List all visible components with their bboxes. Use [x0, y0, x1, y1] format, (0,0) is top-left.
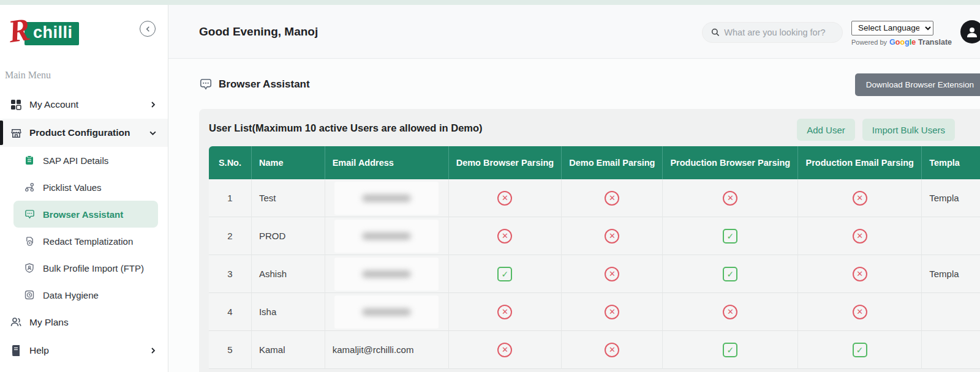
cross-circle-icon	[497, 343, 512, 357]
cross-circle-icon	[605, 191, 619, 206]
col-header-demo-browser: Demo Browser Parsing	[449, 146, 562, 179]
sno-cell: 2	[209, 217, 252, 255]
language-select[interactable]: Select Language	[851, 21, 933, 35]
status-cell[interactable]	[449, 217, 562, 255]
email-cell	[325, 217, 449, 255]
cross-circle-icon	[853, 267, 867, 281]
status-cell[interactable]	[449, 179, 562, 217]
sidebar-item-label: Redact Templatization	[43, 236, 133, 247]
sidebar-collapse-button[interactable]	[140, 21, 156, 37]
powered-by-label: Powered by	[851, 39, 887, 46]
status-cell[interactable]	[449, 255, 562, 293]
sidebar-item-label: My Account	[29, 99, 149, 110]
import-bulk-users-button[interactable]: Import Bulk Users	[862, 119, 955, 141]
google-logo: Google	[889, 38, 916, 46]
status-cell[interactable]	[798, 331, 922, 369]
table-row: 2PROD	[209, 217, 980, 255]
sidebar-section-label: Main Menu	[0, 70, 168, 81]
active-indicator-bar	[0, 121, 3, 145]
clock-square-icon	[23, 289, 36, 301]
status-cell[interactable]	[798, 293, 922, 331]
status-cell[interactable]	[663, 217, 798, 255]
logo-r-glyph: R	[6, 11, 32, 50]
sidebar-item-browser-assistant[interactable]: Browser Assistant	[13, 201, 158, 228]
check-square-icon	[497, 267, 512, 281]
email-cell	[325, 255, 449, 293]
sidebar-item-picklist-values[interactable]: Picklist Values	[13, 174, 158, 201]
sidebar-item-label: Help	[29, 345, 149, 356]
name-cell: Kamal	[252, 331, 325, 369]
chevron-left-icon	[145, 26, 151, 32]
add-user-button[interactable]: Add User	[797, 119, 855, 141]
status-cell[interactable]	[562, 331, 663, 369]
status-cell[interactable]	[798, 217, 922, 255]
status-cell[interactable]	[798, 255, 922, 293]
sidebar-item-redact-templatization[interactable]: Redact Templatization	[13, 228, 158, 255]
chevron-right-icon	[149, 101, 157, 108]
grid-icon	[10, 99, 22, 111]
sidebar-item-label: Data Hygiene	[43, 290, 99, 300]
rchilli-logo[interactable]: R chilli	[9, 16, 82, 51]
blurred-email-text	[362, 308, 411, 316]
cross-circle-icon	[853, 229, 867, 244]
table-row: 1TestTempla	[209, 179, 980, 217]
table-row: 3AshishTempla	[209, 255, 980, 293]
sidebar-item-my-plans[interactable]: My Plans	[0, 308, 168, 337]
hierarchy-icon	[23, 181, 36, 193]
user-table: S.No. Name Email Address Demo Browser Pa…	[209, 146, 980, 369]
redacted-email-patch	[334, 182, 439, 215]
status-cell[interactable]	[663, 293, 798, 331]
name-cell: Ashish	[252, 255, 325, 293]
template-cell	[922, 217, 980, 255]
sidebar-item-sap-api-details[interactable]: SAP API Details	[13, 147, 158, 174]
sidebar-item-help[interactable]: Help	[0, 337, 168, 365]
status-cell[interactable]	[449, 293, 562, 331]
check-square-icon	[853, 343, 867, 357]
col-header-name: Name	[252, 146, 325, 179]
sidebar-item-product-configuration[interactable]: Product Configuration	[0, 119, 168, 147]
download-browser-extension-button[interactable]: Download Browser Extension	[855, 73, 980, 96]
email-cell: kamaljit@rchilli.com	[325, 331, 449, 369]
cross-circle-icon	[497, 305, 512, 319]
cross-circle-icon	[853, 191, 867, 206]
template-cell	[922, 331, 980, 369]
chat-assistant-icon	[199, 78, 213, 91]
status-cell[interactable]	[449, 331, 562, 369]
blurred-email-text	[362, 232, 411, 240]
sidebar-item-my-account[interactable]: My Account	[0, 91, 168, 119]
cross-circle-icon	[605, 229, 619, 244]
name-cell: Test	[252, 179, 325, 217]
status-cell[interactable]	[562, 217, 663, 255]
check-square-icon	[723, 267, 737, 281]
sidebar-item-data-hygiene[interactable]: Data Hygiene	[13, 281, 158, 308]
main-area: Good Evening, Manoj Select Language Powe…	[168, 5, 980, 372]
status-cell[interactable]	[562, 179, 663, 217]
user-avatar[interactable]	[960, 20, 980, 43]
cross-circle-icon	[853, 305, 867, 319]
chevron-right-icon	[149, 347, 157, 354]
col-header-email: Email Address	[325, 146, 449, 179]
status-cell[interactable]	[562, 255, 663, 293]
powered-by-google-translate: Powered by Google Translate	[851, 38, 952, 46]
check-square-icon	[723, 343, 737, 357]
chevron-down-icon	[149, 129, 157, 137]
status-cell[interactable]	[663, 179, 798, 217]
status-cell[interactable]	[663, 331, 798, 369]
logo-text: chilli	[24, 22, 79, 45]
cross-circle-icon	[605, 305, 619, 319]
name-cell: Isha	[252, 293, 325, 331]
sno-cell: 4	[209, 293, 252, 331]
template-cell: Templa	[922, 255, 980, 293]
global-search[interactable]	[702, 22, 843, 43]
email-cell	[325, 179, 449, 217]
section-title: Browser Assistant	[199, 78, 310, 91]
sidebar-item-bulk-profile-import[interactable]: Bulk Profile Import (FTP)	[13, 255, 158, 281]
status-cell[interactable]	[798, 179, 922, 217]
sno-cell: 5	[209, 331, 252, 369]
status-cell[interactable]	[663, 255, 798, 293]
sidebar: R chilli Main Menu My Account Pr	[0, 5, 168, 372]
clipboard-icon	[23, 154, 36, 166]
status-cell[interactable]	[562, 293, 663, 331]
cross-circle-icon	[497, 191, 512, 206]
search-input[interactable]	[724, 28, 834, 37]
